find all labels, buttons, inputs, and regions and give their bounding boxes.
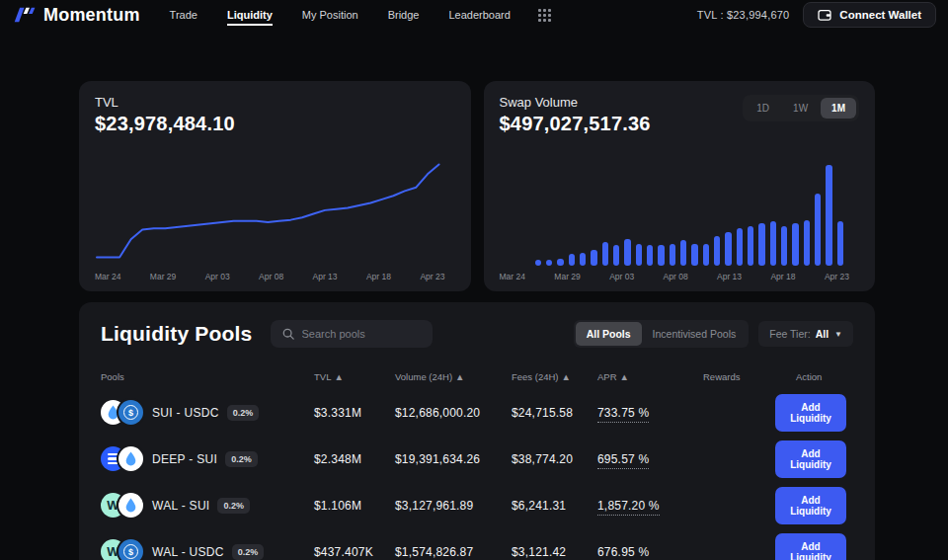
volume-bar: [758, 223, 764, 266]
liquidity-pools-panel: Liquidity Pools All Pools Incentivised P…: [79, 302, 875, 560]
brand[interactable]: Momentum: [14, 5, 140, 26]
volume-bar: [569, 254, 575, 266]
search-icon: [282, 328, 294, 340]
nav-item-bridge[interactable]: Bridge: [388, 5, 420, 25]
pool-volume: $3,127,961.89: [395, 499, 512, 513]
fee-badge: 0.2%: [225, 451, 258, 467]
nav-item-my-position[interactable]: My Position: [302, 5, 358, 25]
search-input[interactable]: [302, 328, 421, 340]
sui-token-icon: [118, 493, 143, 518]
volume-bar: [815, 194, 821, 266]
swap-volume-label: Swap Volume: [500, 95, 651, 110]
pool-type-filter: All Pools Incentivised Pools: [574, 320, 750, 348]
sort-caret-icon: ▲: [334, 371, 343, 382]
col-apr[interactable]: APR▲: [597, 371, 703, 382]
volume-bar: [826, 165, 831, 266]
pool-fees: $38,774.20: [512, 452, 597, 466]
pool-cell: DEEP - SUI 0.2%: [101, 446, 314, 471]
tvl-card-label: TVL: [95, 95, 455, 110]
pool-fees: $24,715.58: [512, 406, 597, 420]
col-volume[interactable]: Volume (24H)▲: [395, 371, 512, 382]
pool-tvl: $1.106M: [314, 499, 395, 513]
range-button-1m[interactable]: 1M: [821, 98, 856, 119]
apps-grid-icon[interactable]: [538, 9, 551, 22]
volume-bar: [602, 242, 608, 266]
x-axis-label: Mar 29: [150, 272, 176, 281]
x-axis-label: Apr 18: [770, 272, 795, 281]
col-action: Action: [775, 371, 853, 382]
x-axis-label: Mar 24: [500, 272, 525, 281]
usdc-token-icon: $: [118, 539, 143, 560]
wallet-icon: [818, 9, 831, 21]
pool-pair: DEEP - SUI: [152, 452, 217, 466]
col-fees[interactable]: Fees (24H)▲: [512, 371, 597, 382]
nav-item-trade[interactable]: Trade: [170, 5, 198, 25]
chevron-down-icon: ▼: [834, 330, 842, 339]
table-row: DEEP - SUI 0.2% $2.348M $19,391,634.26 $…: [79, 436, 875, 482]
volume-bar: [647, 245, 653, 266]
add-liquidity-button[interactable]: Add Liquidity: [775, 487, 846, 524]
pool-fees: $6,241.31: [512, 499, 597, 513]
range-button-1w[interactable]: 1W: [782, 98, 819, 119]
fee-tier-dropdown[interactable]: Fee Tier: All ▼: [758, 321, 853, 347]
connect-wallet-button[interactable]: Connect Wallet: [803, 2, 936, 28]
tvl-chart-x-axis: Mar 24Mar 29Apr 03Apr 08Apr 13Apr 18Apr …: [95, 272, 445, 281]
add-liquidity-button[interactable]: Add Liquidity: [775, 533, 846, 560]
pool-cell: $ SUI - USDC 0.2%: [101, 400, 314, 425]
sort-caret-icon: ▲: [455, 371, 464, 382]
volume-bar: [591, 250, 596, 266]
x-axis-label: Mar 24: [95, 272, 120, 281]
volume-bar: [624, 239, 630, 266]
table-row: W $ WAL - USDC 0.2% $437.407K $1,574,826…: [79, 528, 875, 560]
nav-item-liquidity[interactable]: Liquidity: [227, 5, 273, 26]
range-button-1d[interactable]: 1D: [746, 98, 780, 119]
volume-bar: [535, 260, 541, 266]
nav-item-leaderboard[interactable]: Leaderboard: [448, 5, 510, 25]
x-axis-label: Apr 13: [717, 272, 742, 281]
pool-pair: WAL - SUI: [152, 499, 209, 513]
volume-bar: [770, 221, 776, 266]
filter-all-pools[interactable]: All Pools: [576, 322, 642, 346]
table-row: $ SUI - USDC 0.2% $3.331M $12,686,000.20…: [79, 389, 875, 436]
volume-bar: [804, 220, 810, 266]
add-liquidity-button[interactable]: Add Liquidity: [775, 440, 846, 478]
volume-bar: [781, 226, 787, 266]
momentum-logo-icon: [14, 6, 37, 24]
x-axis-label: Apr 03: [205, 272, 230, 281]
add-liquidity-button[interactable]: Add Liquidity: [775, 394, 846, 432]
pool-apr: 1,857.20 %: [597, 499, 703, 513]
swap-volume-card: Swap Volume $497,027,517.36 1D 1W 1M Mar…: [484, 81, 876, 291]
col-rewards: Rewards: [703, 371, 775, 382]
range-selector: 1D 1W 1M: [743, 95, 859, 121]
pool-pair: WAL - USDC: [152, 545, 224, 559]
filter-incentivised-pools[interactable]: Incentivised Pools: [642, 322, 748, 346]
pool-apr: 676.95 %: [597, 545, 703, 559]
connect-wallet-label: Connect Wallet: [839, 9, 921, 21]
col-tvl[interactable]: TVL▲: [314, 371, 395, 382]
fee-tier-label: Fee Tier:: [769, 328, 810, 340]
pool-tvl: $437.407K: [314, 545, 395, 559]
x-axis-label: Apr 13: [313, 272, 338, 281]
volume-bar: [546, 260, 552, 266]
pool-volume: $12,686,000.20: [395, 406, 512, 420]
fee-badge: 0.2%: [217, 498, 250, 514]
pool-cell: W $ WAL - USDC 0.2%: [101, 539, 314, 560]
x-axis-label: Apr 23: [825, 272, 849, 281]
volume-bar: [636, 244, 642, 266]
pools-title: Liquidity Pools: [101, 322, 253, 346]
pool-volume: $1,574,826.87: [395, 545, 512, 559]
volume-bar: [658, 245, 664, 266]
pool-fees: $3,121.42: [512, 545, 597, 559]
sui-token-icon: [118, 446, 143, 471]
swap-volume-bar-chart: [502, 145, 844, 266]
x-axis-label: Apr 08: [259, 272, 283, 281]
x-axis-label: Apr 03: [609, 272, 634, 281]
pool-cell: W WAL - SUI 0.2%: [101, 493, 314, 518]
nav-tvl-ticker: TVL : $23,994,670: [697, 9, 790, 21]
tvl-line-series: [97, 165, 439, 258]
sort-caret-icon: ▲: [562, 371, 571, 382]
swap-volume-value: $497,027,517.36: [500, 113, 651, 135]
volume-bar: [792, 223, 798, 266]
sort-caret-icon: ▲: [620, 371, 629, 382]
pool-search[interactable]: [271, 320, 433, 348]
